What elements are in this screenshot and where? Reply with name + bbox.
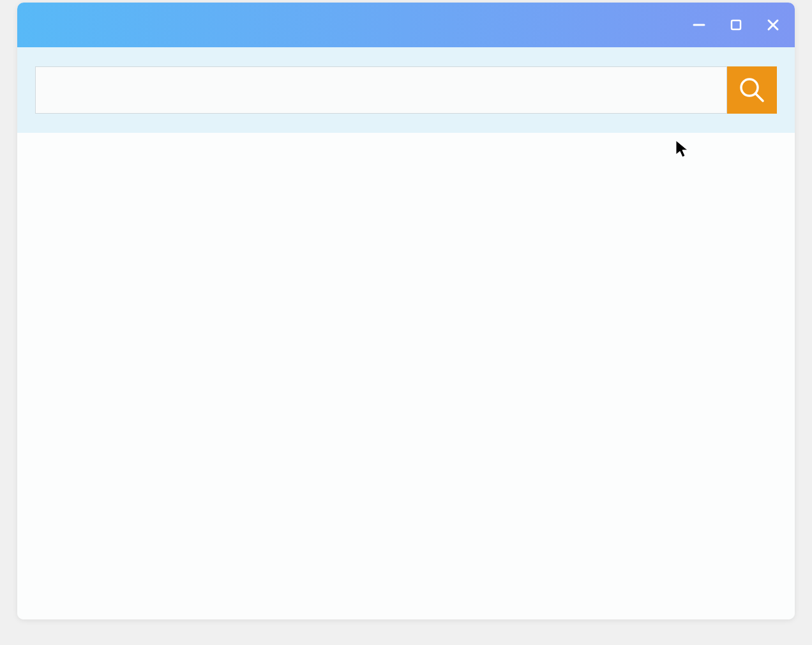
close-icon <box>767 19 779 31</box>
svg-line-5 <box>756 94 763 101</box>
maximize-icon <box>730 19 742 31</box>
svg-rect-1 <box>732 20 741 29</box>
minimize-button[interactable] <box>690 16 708 34</box>
minimize-icon <box>693 19 705 31</box>
titlebar[interactable] <box>17 3 795 47</box>
search-input[interactable] <box>35 66 727 114</box>
application-window <box>17 3 795 619</box>
content-area <box>17 133 795 619</box>
search-icon <box>738 76 766 104</box>
window-controls <box>690 16 782 34</box>
maximize-button[interactable] <box>727 16 745 34</box>
search-button[interactable] <box>727 66 777 114</box>
search-bar <box>17 47 795 133</box>
close-button[interactable] <box>764 16 782 34</box>
